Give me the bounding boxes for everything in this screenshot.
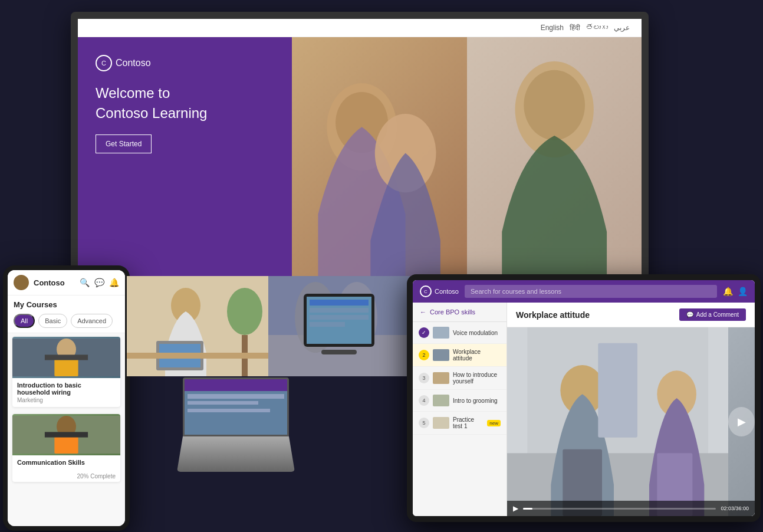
- lesson-name-5: Practice test 1: [453, 416, 484, 429]
- lang-telugu[interactable]: తెలుగు: [586, 24, 608, 32]
- lesson-name-1: Voice modulation: [453, 330, 501, 336]
- tablet-screen: C Contoso 🔔 👤 ← Core BPO skills ✓ Voice …: [413, 280, 755, 516]
- lang-arabic[interactable]: عربي: [614, 24, 630, 32]
- logo-text: Contoso: [116, 58, 151, 68]
- filter-all[interactable]: All: [14, 314, 35, 328]
- comment-label: Add a Comment: [696, 311, 739, 318]
- desktop-screen: English हिंदी తెలుగు عربي C Contoso Welc…: [78, 19, 642, 282]
- strip-image-tablet-office: [268, 276, 410, 376]
- phone-screen: Contoso 🔍 💬 🔔 My Courses All Basic Advan…: [8, 270, 125, 526]
- video-progress-bar[interactable]: [523, 508, 716, 510]
- svg-rect-12: [45, 432, 88, 437]
- chat-icon[interactable]: 💬: [94, 278, 104, 287]
- lesson-item-2[interactable]: 2 Workplace attitude: [413, 344, 507, 367]
- tablet-main: Workplace attitude 💬 Add a Comment: [507, 303, 755, 516]
- lesson-name-3: How to introduce yourself: [453, 372, 501, 385]
- lesson-thumb-2: [433, 349, 449, 361]
- lesson-num-1: ✓: [419, 327, 429, 338]
- logo-icon: C: [96, 55, 112, 71]
- phone-tabs: My Courses All Basic Advanced: [8, 295, 125, 333]
- video-time: 02:03/36:00: [721, 505, 749, 511]
- search-icon[interactable]: 🔍: [80, 278, 90, 287]
- svg-rect-34: [188, 401, 258, 405]
- svg-rect-26: [310, 300, 369, 306]
- course-progress-2: 20% Complete: [12, 471, 120, 482]
- svg-rect-32: [185, 379, 287, 391]
- hero-photo-collage: [292, 37, 642, 289]
- course-image-2: [12, 414, 120, 455]
- phone-header-icons: 🔍 💬 🔔: [80, 278, 119, 287]
- hero-title: Welcome to Contoso Learning: [96, 83, 274, 123]
- add-comment-button[interactable]: 💬 Add a Comment: [679, 308, 746, 321]
- get-started-button[interactable]: Get Started: [96, 134, 152, 153]
- strip-image-woman-laptop: [127, 276, 268, 376]
- search-input[interactable]: [465, 285, 717, 298]
- svg-rect-27: [310, 308, 369, 313]
- my-courses-title: My Courses: [14, 300, 119, 309]
- lesson-item-4[interactable]: 4 Intro to grooming: [413, 390, 507, 412]
- surface-device: [177, 377, 295, 472]
- lesson-num-3: 3: [419, 373, 429, 383]
- hero-left: C Contoso Welcome to Contoso Learning Ge…: [78, 37, 292, 289]
- tablet-bell-icon[interactable]: 🔔: [723, 287, 733, 296]
- photo-man: [467, 37, 642, 289]
- video-controls: ▶ 02:03/36:00: [507, 501, 755, 516]
- video-area: ▶ ▶ 02:03/36:00: [507, 327, 755, 516]
- tablet-logo-icon: C: [420, 285, 432, 297]
- svg-point-4: [524, 70, 585, 140]
- surface-screen: [183, 377, 289, 436]
- comment-icon: 💬: [686, 311, 693, 318]
- course-info-1: Introduction to basic household wiring M…: [12, 378, 120, 407]
- back-button[interactable]: ← Core BPO skills: [413, 303, 507, 322]
- svg-rect-28: [310, 315, 369, 320]
- lesson-item-5[interactable]: 5 Practice test 1 new: [413, 412, 507, 435]
- tablet-body: ← Core BPO skills ✓ Voice modulation 2 W…: [413, 303, 755, 516]
- lesson-num-4: 4: [419, 395, 429, 406]
- back-label: Core BPO skills: [430, 308, 475, 316]
- tablet-logo-text: Contoso: [435, 288, 459, 295]
- svg-rect-19: [127, 353, 268, 359]
- svg-rect-8: [45, 354, 88, 360]
- course-title-1: Introduction to basic household wiring: [17, 382, 116, 396]
- course-category-1: Marketing: [17, 397, 116, 403]
- lesson-item-1[interactable]: ✓ Voice modulation: [413, 322, 507, 344]
- video-scene: ▶: [507, 327, 755, 516]
- tablet-sidebar: ← Core BPO skills ✓ Voice modulation 2 W…: [413, 303, 507, 516]
- back-arrow-icon: ←: [420, 308, 426, 316]
- svg-rect-33: [188, 394, 284, 399]
- lesson-name-4: Intro to grooming: [453, 398, 501, 404]
- tablet-user-icon[interactable]: 👤: [738, 287, 748, 296]
- lesson-thumb-3: [433, 372, 449, 384]
- phone-mockup: Contoso 🔍 💬 🔔 My Courses All Basic Advan…: [3, 265, 130, 531]
- hero-section: C Contoso Welcome to Contoso Learning Ge…: [78, 37, 642, 289]
- course-card-1[interactable]: Introduction to basic household wiring M…: [12, 337, 120, 407]
- svg-rect-30: [321, 350, 357, 354]
- controls-play-icon[interactable]: ▶: [513, 504, 518, 513]
- filter-row: All Basic Advanced: [14, 314, 119, 328]
- new-badge: new: [487, 420, 501, 426]
- course-card-2[interactable]: Communication Skills 20% Complete: [12, 414, 120, 482]
- tablet-mockup: C Contoso 🔔 👤 ← Core BPO skills ✓ Voice …: [407, 274, 761, 522]
- photo-people-group: [292, 37, 466, 289]
- lang-hindi[interactable]: हिंदी: [570, 24, 580, 32]
- course-title-2: Communication Skills: [17, 459, 116, 466]
- bell-icon[interactable]: 🔔: [109, 278, 119, 287]
- phone-header: Contoso 🔍 💬 🔔: [8, 270, 125, 295]
- filter-advanced[interactable]: Advanced: [71, 314, 113, 328]
- course-info-2: Communication Skills: [12, 455, 120, 471]
- svg-rect-11: [54, 436, 78, 454]
- desktop-monitor: English हिंदी తెలుగు عربي C Contoso Welc…: [71, 12, 649, 289]
- lesson-name-2: Workplace attitude: [453, 349, 501, 362]
- lesson-thumb-5: [433, 417, 449, 429]
- language-bar: English हिंदी తెలుగు عربي: [78, 19, 642, 37]
- svg-rect-35: [188, 409, 270, 412]
- svg-rect-29: [310, 322, 345, 327]
- hero-right: Sign In: [292, 37, 642, 289]
- filter-basic[interactable]: Basic: [38, 314, 67, 328]
- svg-rect-44: [598, 343, 637, 438]
- surface-base: [177, 436, 295, 472]
- lesson-item-3[interactable]: 3 How to introduce yourself: [413, 367, 507, 390]
- video-play-button[interactable]: ▶: [728, 407, 755, 436]
- middle-strip: [127, 276, 410, 376]
- lang-english[interactable]: English: [541, 24, 564, 32]
